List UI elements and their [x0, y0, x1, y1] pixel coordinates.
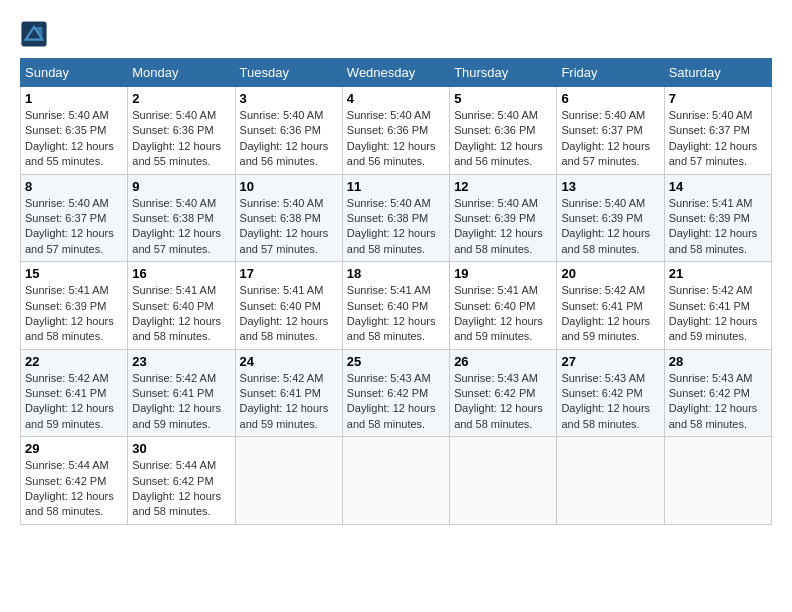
sunrise-text: Sunrise: 5:40 AM	[240, 108, 338, 123]
sunrise-text: Sunrise: 5:40 AM	[347, 196, 445, 211]
calendar-table: SundayMondayTuesdayWednesdayThursdayFrid…	[20, 58, 772, 525]
sunrise-text: Sunrise: 5:40 AM	[561, 108, 659, 123]
sunrise-text: Sunrise: 5:42 AM	[669, 283, 767, 298]
sunrise-text: Sunrise: 5:43 AM	[561, 371, 659, 386]
day-number: 27	[561, 354, 659, 369]
daylight-text: Daylight: 12 hours and 59 minutes.	[561, 314, 659, 345]
daylight-text: Daylight: 12 hours and 57 minutes.	[132, 226, 230, 257]
sunrise-text: Sunrise: 5:44 AM	[25, 458, 123, 473]
daylight-text: Daylight: 12 hours and 55 minutes.	[25, 139, 123, 170]
calendar-header-monday: Monday	[128, 59, 235, 87]
sunrise-text: Sunrise: 5:40 AM	[454, 108, 552, 123]
daylight-text: Daylight: 12 hours and 57 minutes.	[25, 226, 123, 257]
day-number: 26	[454, 354, 552, 369]
day-info: Sunrise: 5:41 AM Sunset: 6:40 PM Dayligh…	[240, 283, 338, 345]
day-number: 15	[25, 266, 123, 281]
calendar-cell: 21 Sunrise: 5:42 AM Sunset: 6:41 PM Dayl…	[664, 262, 771, 350]
sunrise-text: Sunrise: 5:40 AM	[347, 108, 445, 123]
sunrise-text: Sunrise: 5:42 AM	[240, 371, 338, 386]
day-info: Sunrise: 5:43 AM Sunset: 6:42 PM Dayligh…	[669, 371, 767, 433]
daylight-text: Daylight: 12 hours and 58 minutes.	[561, 226, 659, 257]
daylight-text: Daylight: 12 hours and 58 minutes.	[132, 314, 230, 345]
sunrise-text: Sunrise: 5:44 AM	[132, 458, 230, 473]
day-number: 21	[669, 266, 767, 281]
day-info: Sunrise: 5:42 AM Sunset: 6:41 PM Dayligh…	[240, 371, 338, 433]
day-info: Sunrise: 5:44 AM Sunset: 6:42 PM Dayligh…	[132, 458, 230, 520]
sunset-text: Sunset: 6:41 PM	[240, 386, 338, 401]
day-number: 19	[454, 266, 552, 281]
day-info: Sunrise: 5:40 AM Sunset: 6:36 PM Dayligh…	[454, 108, 552, 170]
calendar-week-2: 8 Sunrise: 5:40 AM Sunset: 6:37 PM Dayli…	[21, 174, 772, 262]
calendar-cell	[664, 437, 771, 525]
calendar-cell: 16 Sunrise: 5:41 AM Sunset: 6:40 PM Dayl…	[128, 262, 235, 350]
sunset-text: Sunset: 6:37 PM	[25, 211, 123, 226]
daylight-text: Daylight: 12 hours and 57 minutes.	[669, 139, 767, 170]
calendar-week-4: 22 Sunrise: 5:42 AM Sunset: 6:41 PM Dayl…	[21, 349, 772, 437]
calendar-cell	[450, 437, 557, 525]
day-number: 28	[669, 354, 767, 369]
calendar-cell: 30 Sunrise: 5:44 AM Sunset: 6:42 PM Dayl…	[128, 437, 235, 525]
sunset-text: Sunset: 6:37 PM	[669, 123, 767, 138]
sunset-text: Sunset: 6:38 PM	[132, 211, 230, 226]
day-number: 25	[347, 354, 445, 369]
day-number: 17	[240, 266, 338, 281]
daylight-text: Daylight: 12 hours and 58 minutes.	[669, 226, 767, 257]
day-info: Sunrise: 5:42 AM Sunset: 6:41 PM Dayligh…	[132, 371, 230, 433]
logo	[20, 20, 52, 48]
daylight-text: Daylight: 12 hours and 58 minutes.	[454, 401, 552, 432]
sunrise-text: Sunrise: 5:43 AM	[454, 371, 552, 386]
page-header	[20, 20, 772, 48]
sunrise-text: Sunrise: 5:41 AM	[240, 283, 338, 298]
daylight-text: Daylight: 12 hours and 55 minutes.	[132, 139, 230, 170]
calendar-header-row: SundayMondayTuesdayWednesdayThursdayFrid…	[21, 59, 772, 87]
day-info: Sunrise: 5:40 AM Sunset: 6:38 PM Dayligh…	[240, 196, 338, 258]
calendar-cell: 14 Sunrise: 5:41 AM Sunset: 6:39 PM Dayl…	[664, 174, 771, 262]
day-info: Sunrise: 5:44 AM Sunset: 6:42 PM Dayligh…	[25, 458, 123, 520]
daylight-text: Daylight: 12 hours and 56 minutes.	[240, 139, 338, 170]
calendar-cell: 12 Sunrise: 5:40 AM Sunset: 6:39 PM Dayl…	[450, 174, 557, 262]
sunset-text: Sunset: 6:42 PM	[347, 386, 445, 401]
calendar-cell: 24 Sunrise: 5:42 AM Sunset: 6:41 PM Dayl…	[235, 349, 342, 437]
daylight-text: Daylight: 12 hours and 58 minutes.	[25, 314, 123, 345]
sunset-text: Sunset: 6:35 PM	[25, 123, 123, 138]
daylight-text: Daylight: 12 hours and 58 minutes.	[561, 401, 659, 432]
day-number: 20	[561, 266, 659, 281]
sunset-text: Sunset: 6:41 PM	[25, 386, 123, 401]
calendar-cell: 18 Sunrise: 5:41 AM Sunset: 6:40 PM Dayl…	[342, 262, 449, 350]
calendar-cell: 5 Sunrise: 5:40 AM Sunset: 6:36 PM Dayli…	[450, 87, 557, 175]
sunrise-text: Sunrise: 5:41 AM	[132, 283, 230, 298]
calendar-cell: 3 Sunrise: 5:40 AM Sunset: 6:36 PM Dayli…	[235, 87, 342, 175]
sunset-text: Sunset: 6:39 PM	[669, 211, 767, 226]
day-info: Sunrise: 5:40 AM Sunset: 6:37 PM Dayligh…	[669, 108, 767, 170]
day-info: Sunrise: 5:40 AM Sunset: 6:38 PM Dayligh…	[132, 196, 230, 258]
calendar-cell: 23 Sunrise: 5:42 AM Sunset: 6:41 PM Dayl…	[128, 349, 235, 437]
day-info: Sunrise: 5:41 AM Sunset: 6:39 PM Dayligh…	[669, 196, 767, 258]
daylight-text: Daylight: 12 hours and 56 minutes.	[454, 139, 552, 170]
daylight-text: Daylight: 12 hours and 59 minutes.	[25, 401, 123, 432]
sunrise-text: Sunrise: 5:40 AM	[669, 108, 767, 123]
day-info: Sunrise: 5:40 AM Sunset: 6:35 PM Dayligh…	[25, 108, 123, 170]
day-number: 16	[132, 266, 230, 281]
sunset-text: Sunset: 6:36 PM	[132, 123, 230, 138]
day-number: 22	[25, 354, 123, 369]
calendar-cell: 11 Sunrise: 5:40 AM Sunset: 6:38 PM Dayl…	[342, 174, 449, 262]
sunset-text: Sunset: 6:40 PM	[347, 299, 445, 314]
sunrise-text: Sunrise: 5:42 AM	[561, 283, 659, 298]
day-number: 30	[132, 441, 230, 456]
calendar-cell: 4 Sunrise: 5:40 AM Sunset: 6:36 PM Dayli…	[342, 87, 449, 175]
sunset-text: Sunset: 6:41 PM	[132, 386, 230, 401]
daylight-text: Daylight: 12 hours and 59 minutes.	[240, 401, 338, 432]
calendar-cell: 7 Sunrise: 5:40 AM Sunset: 6:37 PM Dayli…	[664, 87, 771, 175]
calendar-header-friday: Friday	[557, 59, 664, 87]
sunset-text: Sunset: 6:38 PM	[347, 211, 445, 226]
daylight-text: Daylight: 12 hours and 59 minutes.	[669, 314, 767, 345]
calendar-cell: 26 Sunrise: 5:43 AM Sunset: 6:42 PM Dayl…	[450, 349, 557, 437]
daylight-text: Daylight: 12 hours and 57 minutes.	[240, 226, 338, 257]
sunset-text: Sunset: 6:40 PM	[454, 299, 552, 314]
sunset-text: Sunset: 6:40 PM	[132, 299, 230, 314]
calendar-cell: 13 Sunrise: 5:40 AM Sunset: 6:39 PM Dayl…	[557, 174, 664, 262]
calendar-cell: 6 Sunrise: 5:40 AM Sunset: 6:37 PM Dayli…	[557, 87, 664, 175]
sunrise-text: Sunrise: 5:41 AM	[454, 283, 552, 298]
sunrise-text: Sunrise: 5:43 AM	[669, 371, 767, 386]
day-number: 6	[561, 91, 659, 106]
